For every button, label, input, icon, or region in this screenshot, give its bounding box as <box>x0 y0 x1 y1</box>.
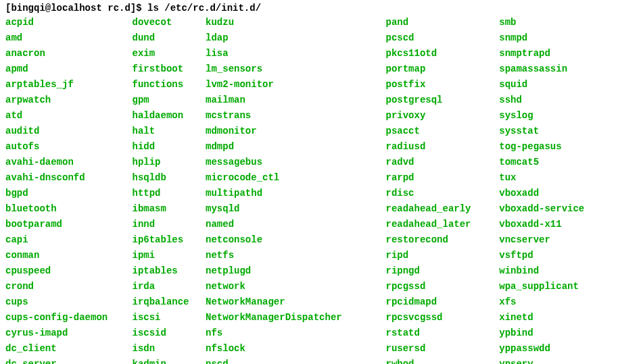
file-entry: ldap <box>206 30 385 46</box>
file-entry: NetworkManager <box>206 294 385 310</box>
file-entry: firstboot <box>133 61 206 77</box>
file-entry: NetworkManagerDispatcher <box>206 310 385 326</box>
file-entry: ypbind <box>499 326 613 341</box>
file-entry: named <box>206 217 385 232</box>
column-4: pandpcscdpkcs11otdportmappostfixpostgres… <box>385 15 499 364</box>
file-entry: rpcgssd <box>385 279 499 294</box>
file-entry: lm_sensors <box>206 61 385 77</box>
file-entry: dc_server <box>5 357 133 364</box>
file-entry: pcscd <box>385 30 499 46</box>
file-entry: auditd <box>5 124 133 139</box>
file-entry: cpuspeed <box>5 263 133 279</box>
file-entry: arpwatch <box>5 93 133 108</box>
file-entry: postfix <box>385 77 499 93</box>
file-entry: lvm2-monitor <box>206 77 385 93</box>
file-entry: rstatd <box>385 326 499 341</box>
file-entry: ipmi <box>133 248 206 263</box>
file-entry: hsqldb <box>133 170 206 186</box>
column-1: acpidamdanacronapmdarptables_jfarpwatcha… <box>5 15 133 364</box>
file-entry: messagebus <box>206 155 385 170</box>
file-entry: readahead_early <box>385 201 499 217</box>
file-entry: vboxadd <box>499 186 613 201</box>
file-entry: snmpd <box>499 30 613 46</box>
file-entry: ripd <box>385 248 499 263</box>
file-entry: privoxy <box>385 108 499 124</box>
file-entry: acpid <box>5 15 133 30</box>
file-entry: irqbalance <box>133 294 206 310</box>
column-5: smbsnmpdsnmptrapdspamassassinsquidsshdsy… <box>499 15 613 364</box>
file-entry: httpd <box>133 186 206 201</box>
file-entry: autofs <box>5 139 133 155</box>
file-entry: psacct <box>385 124 499 139</box>
file-entry: atd <box>5 108 133 124</box>
file-entry: amd <box>5 30 133 46</box>
file-entry: sysstat <box>499 124 613 139</box>
file-entry: functions <box>133 77 206 93</box>
file-entry: rarpd <box>385 170 499 186</box>
file-entry: multipathd <box>206 186 385 201</box>
file-entry: mdmonitor <box>206 124 385 139</box>
file-entry: smb <box>499 15 613 30</box>
file-entry: spamassassin <box>499 61 613 77</box>
ls-output: acpidamdanacronapmdarptables_jfarpwatcha… <box>5 15 613 364</box>
file-entry: rwhod <box>385 357 499 364</box>
file-entry: exim <box>133 46 206 61</box>
file-entry: crond <box>5 279 133 294</box>
file-entry: snmptrapd <box>499 46 613 61</box>
file-entry: mysqld <box>206 201 385 217</box>
file-entry: isdn <box>133 341 206 357</box>
file-entry: arptables_jf <box>5 77 133 93</box>
file-entry: rusersd <box>385 341 499 357</box>
file-entry: squid <box>499 77 613 93</box>
file-entry: iscsi <box>133 310 206 326</box>
file-entry: innd <box>133 217 206 232</box>
file-entry: pand <box>385 15 499 30</box>
file-entry: dund <box>133 30 206 46</box>
file-entry: hidd <box>133 139 206 155</box>
file-entry: yppasswdd <box>499 341 613 357</box>
file-entry: dovecot <box>133 15 206 30</box>
file-entry: microcode_ctl <box>206 170 385 186</box>
file-entry: nfs <box>206 326 385 341</box>
file-entry: ypserv <box>499 357 613 364</box>
file-entry: anacron <box>5 46 133 61</box>
file-entry: syslog <box>499 108 613 124</box>
file-entry: netplugd <box>206 263 385 279</box>
file-entry: bootparamd <box>5 217 133 232</box>
file-entry: network <box>206 279 385 294</box>
file-entry: ip6tables <box>133 232 206 248</box>
file-entry: apmd <box>5 61 133 77</box>
file-entry: dc_client <box>5 341 133 357</box>
file-entry: lisa <box>206 46 385 61</box>
file-entry: mcstrans <box>206 108 385 124</box>
file-entry: rdisc <box>385 186 499 201</box>
file-entry: mailman <box>206 93 385 108</box>
file-entry: readahead_later <box>385 217 499 232</box>
file-entry: halt <box>133 124 206 139</box>
file-entry: tog-pegasus <box>499 139 613 155</box>
file-entry: tux <box>499 170 613 186</box>
file-entry: rpcidmapd <box>385 294 499 310</box>
file-entry: conman <box>5 248 133 263</box>
file-entry: winbind <box>499 263 613 279</box>
file-entry: iscsid <box>133 326 206 341</box>
file-entry: portmap <box>385 61 499 77</box>
file-entry: restorecond <box>385 232 499 248</box>
file-entry: gpm <box>133 93 206 108</box>
shell-prompt: [bingqi@localhost rc.d]$ ls /etc/rc.d/in… <box>5 3 613 14</box>
file-entry: xinetd <box>499 310 613 326</box>
file-entry: avahi-daemon <box>5 155 133 170</box>
file-entry: vboxadd-x11 <box>499 217 613 232</box>
file-entry: pkcs11otd <box>385 46 499 61</box>
column-2: dovecotdundeximfirstbootfunctionsgpmhald… <box>133 15 206 364</box>
file-entry: kadmin <box>133 357 206 364</box>
file-entry: kudzu <box>206 15 385 30</box>
file-entry: xfs <box>499 294 613 310</box>
file-entry: vboxadd-service <box>499 201 613 217</box>
file-entry: radvd <box>385 155 499 170</box>
file-entry: mdmpd <box>206 139 385 155</box>
file-entry: radiusd <box>385 139 499 155</box>
file-entry: bgpd <box>5 186 133 201</box>
file-entry: vncserver <box>499 232 613 248</box>
file-entry: nscd <box>206 357 385 364</box>
